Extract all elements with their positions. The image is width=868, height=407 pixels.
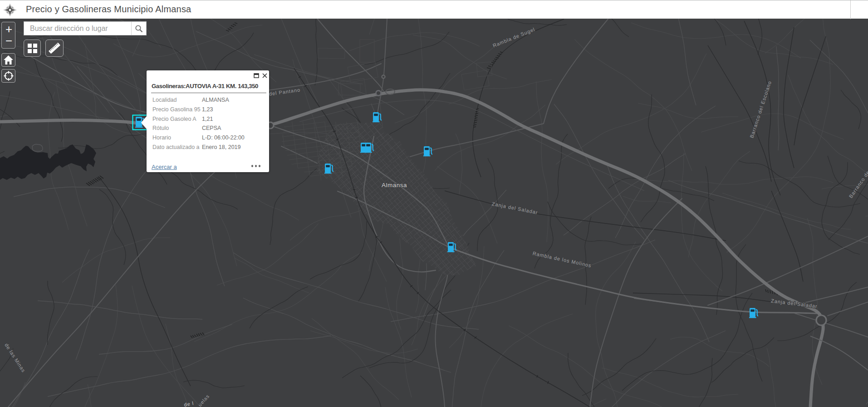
- svg-text:Almansa: Almansa: [382, 182, 407, 189]
